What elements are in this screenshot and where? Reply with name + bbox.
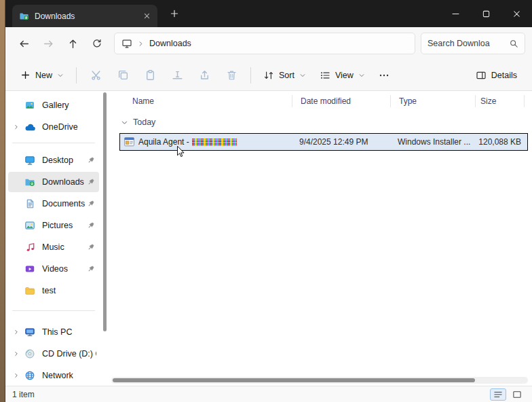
sidebar-separator — [12, 310, 95, 311]
tab-close-button[interactable] — [140, 10, 153, 23]
sidebar-item-cd-drive[interactable]: CD Drive (D:) CC — [8, 344, 99, 364]
chevron-down-icon — [358, 72, 365, 79]
pin-icon — [87, 243, 95, 251]
column-divider[interactable] — [524, 95, 525, 107]
horizontal-scrollbar-thumb[interactable] — [113, 378, 475, 382]
sidebar-item-desktop[interactable]: Desktop — [8, 150, 99, 170]
sidebar-item-label: Videos — [42, 264, 86, 274]
pin-icon — [87, 200, 95, 208]
sidebar-item-test[interactable]: test — [8, 280, 99, 301]
command-toolbar: New Sort — [5, 60, 532, 91]
sort-icon — [263, 70, 274, 81]
column-header-date-modified[interactable]: Date modified — [301, 96, 351, 106]
column-divider[interactable] — [390, 95, 391, 107]
explorer-body: Gallery OneDrive Desktop — [5, 91, 532, 386]
sidebar-item-label: CD Drive (D:) CC — [42, 349, 96, 359]
msi-file-icon — [124, 136, 135, 148]
column-divider[interactable] — [475, 95, 476, 107]
sidebar-item-network[interactable]: Network — [8, 365, 99, 386]
sidebar-item-this-pc[interactable]: This PC — [8, 322, 99, 342]
sidebar-item-pictures[interactable]: Pictures — [8, 215, 99, 236]
rename-button[interactable] — [164, 65, 191, 86]
chevron-right-icon[interactable] — [11, 329, 22, 335]
sidebar-item-label: Music — [42, 242, 86, 252]
column-header-name[interactable]: Name — [132, 96, 154, 106]
share-button[interactable] — [191, 65, 218, 86]
group-header-today[interactable]: Today — [109, 114, 532, 130]
gallery-icon — [23, 100, 37, 111]
pictures-icon — [23, 220, 37, 231]
view-button-label: View — [335, 71, 354, 80]
details-view-icon — [493, 390, 503, 399]
pin-icon — [87, 156, 95, 164]
chevron-right-icon[interactable] — [11, 372, 22, 379]
sidebar-item-label: Network — [42, 371, 96, 380]
sidebar-item-videos[interactable]: Videos — [8, 259, 99, 279]
chevron-right-icon[interactable] — [11, 124, 22, 130]
sidebar-item-label: Pictures — [42, 221, 86, 230]
sidebar-item-onedrive[interactable]: OneDrive — [8, 117, 99, 137]
details-pane-label: Details — [491, 71, 517, 80]
details-pane-icon — [476, 70, 487, 81]
sidebar-item-gallery[interactable]: Gallery — [8, 95, 99, 115]
sort-button[interactable]: Sort — [256, 65, 313, 86]
column-header-size[interactable]: Size — [480, 96, 496, 106]
maximize-button[interactable] — [471, 0, 501, 27]
toolbar-divider — [76, 67, 77, 84]
sidebar-item-label: Downloads — [42, 177, 86, 187]
sidebar-item-label: test — [42, 286, 96, 295]
file-list-pane: Name Date modified Type Size Today — [109, 91, 532, 386]
folder-icon — [23, 285, 37, 296]
details-view-toggle[interactable] — [490, 388, 506, 401]
details-pane-button[interactable]: Details — [469, 65, 524, 86]
refresh-button[interactable] — [86, 33, 109, 54]
file-explorer-window: Downloads — [5, 0, 532, 402]
status-bar: 1 item — [5, 386, 532, 402]
window-controls — [440, 0, 532, 27]
search-placeholder: Search Downloa — [428, 39, 505, 48]
new-tab-button[interactable] — [164, 4, 185, 23]
titlebar: Downloads — [5, 0, 532, 27]
navigation-sidebar: Gallery OneDrive Desktop — [5, 91, 102, 386]
chevron-right-icon[interactable] — [11, 350, 22, 357]
content-view-toggle[interactable] — [509, 388, 525, 401]
chevron-down-icon[interactable] — [121, 119, 128, 126]
redacted-text — [192, 139, 237, 146]
paste-button[interactable] — [136, 65, 164, 86]
search-input[interactable]: Search Downloa — [421, 33, 525, 54]
close-button[interactable] — [501, 0, 532, 27]
address-bar[interactable]: Downloads — [114, 33, 415, 54]
file-name: Aquila Agent - — [138, 137, 237, 147]
up-button[interactable] — [61, 33, 84, 54]
column-headers: Name Date modified Type Size — [109, 91, 532, 111]
column-divider[interactable] — [292, 95, 292, 107]
sidebar-separator — [12, 143, 95, 143]
monitor-icon — [121, 38, 132, 49]
vertical-scrollbar-thumb[interactable] — [103, 92, 107, 331]
sidebar-item-music[interactable]: Music — [8, 237, 99, 257]
content-view-icon — [512, 390, 522, 399]
videos-icon — [23, 263, 37, 274]
sidebar-item-downloads[interactable]: Downloads — [8, 172, 99, 192]
this-pc-icon — [23, 327, 37, 337]
file-date-modified: 9/4/2025 12:49 PM — [299, 137, 368, 147]
tab-downloads[interactable]: Downloads — [12, 5, 157, 27]
toolbar-divider — [250, 67, 251, 84]
delete-button[interactable] — [218, 65, 245, 86]
copy-button[interactable] — [109, 65, 136, 86]
more-options-button[interactable] — [372, 65, 396, 86]
back-button[interactable] — [12, 33, 35, 54]
onedrive-icon — [23, 122, 37, 133]
column-header-type[interactable]: Type — [399, 96, 417, 106]
pin-icon — [87, 178, 95, 186]
new-button[interactable]: New — [14, 65, 71, 86]
minimize-button[interactable] — [440, 0, 471, 27]
pin-icon — [87, 265, 95, 273]
sidebar-item-label: Gallery — [42, 100, 96, 110]
forward-button[interactable] — [37, 33, 60, 54]
breadcrumb: Downloads — [149, 39, 191, 48]
view-button[interactable]: View — [313, 65, 372, 86]
sidebar-item-documents[interactable]: Documents — [8, 194, 99, 214]
horizontal-scrollbar[interactable] — [111, 377, 528, 384]
cut-button[interactable] — [82, 65, 109, 86]
